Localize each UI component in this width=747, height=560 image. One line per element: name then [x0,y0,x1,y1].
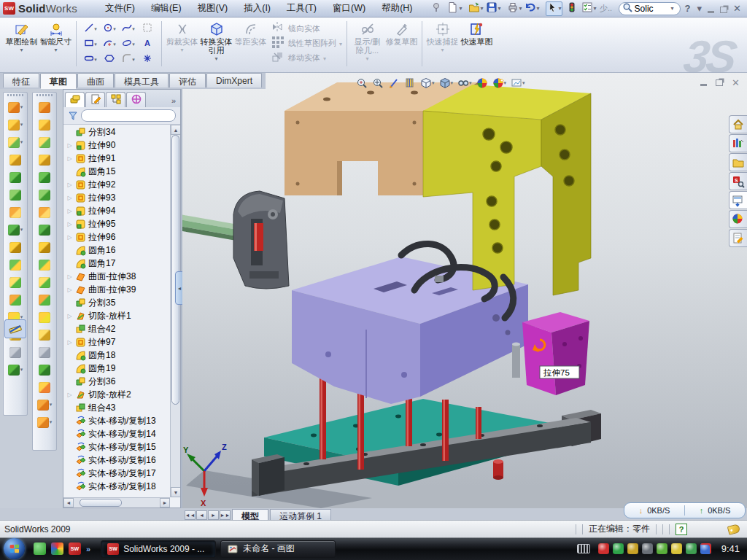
chevron-down-icon[interactable]: ▾ [20,139,23,145]
chevron-down-icon[interactable]: ▾ [94,57,97,63]
expand-arrow-icon[interactable]: ▷ [66,339,73,346]
solidworks-resources-tab[interactable] [729,115,747,133]
chevron-down-icon[interactable]: ▾ [451,80,454,86]
menu-窗口W[interactable]: 窗口(W) [325,0,373,17]
chevron-down-icon[interactable]: ▾ [469,80,472,86]
view-orientation-button[interactable]: ▾ [419,77,436,90]
search-box[interactable]: ▾ [619,2,681,15]
linear-sketch-pattern-button[interactable]: 线性草图阵列▾ [271,37,342,50]
chevron-down-icon[interactable]: ▾ [522,80,525,86]
print-button[interactable]: ▾ [507,1,522,16]
feature-tool-icon-4[interactable] [4,151,26,168]
surface-tool-icon-19[interactable]: ▾ [34,413,55,431]
scroll-right-arrow[interactable]: ► [160,498,170,508]
launcher-icon[interactable] [51,542,63,555]
model-clamp-plate[interactable] [423,85,591,295]
zoom-area-button[interactable] [371,77,385,90]
surface-tool-icon-8[interactable] [34,221,55,238]
start-button[interactable] [1,538,26,560]
tree-item[interactable]: 圆角15 [63,165,170,178]
panel-tabs-overflow[interactable]: » [171,96,179,107]
model-clamp-part[interactable] [233,191,289,289]
arc-icon[interactable]: ▾ [100,36,119,52]
scroll-thumb[interactable] [80,499,122,507]
chevron-down-icon[interactable]: ▾ [132,57,135,63]
tree-item[interactable]: 圆角17 [63,257,170,270]
surface-tool-icon-16[interactable] [34,361,55,378]
tree-item[interactable]: 组合42 [63,322,170,335]
property-manager-tab[interactable] [85,92,105,107]
tree-item[interactable]: 分割35 [63,296,170,309]
surface-tool-icon-3[interactable] [34,133,55,151]
tree-item[interactable]: ▷拉伸93 [63,191,170,204]
search-input[interactable] [635,4,668,14]
feature-tool-icon-9[interactable] [4,238,26,256]
prev-tab-button[interactable]: ◄ [196,510,207,520]
section-view-button[interactable] [403,77,417,90]
updater-icon[interactable] [657,543,667,554]
chevron-down-icon[interactable]: ▾ [94,42,97,47]
close-button[interactable]: ✕ [733,3,741,14]
sketch-fillet-icon[interactable]: ▾ [119,52,138,67]
chevron-down-icon[interactable]: ▾ [481,5,484,12]
zoom-fit-button[interactable] [355,77,369,90]
doc-minimize-button[interactable] [700,84,707,86]
expand-arrow-icon[interactable]: ▷ [66,195,73,201]
sketch-button[interactable]: 草图绘制▾ [4,20,39,53]
new-file-button[interactable]: ▾ [446,1,462,16]
expand-arrow-icon[interactable]: ▷ [66,208,73,214]
polygon-icon[interactable] [100,52,119,67]
toolbar-overflow-button[interactable]: 少.. [599,1,614,16]
tree-item[interactable]: ▷曲面-拉伸38 [63,270,170,283]
line-icon[interactable]: ▾ [81,21,100,36]
surface-tool-icon-17[interactable] [34,378,55,396]
chevron-down-icon[interactable]: ▾ [54,47,57,53]
chevron-down-icon[interactable]: ▾ [559,5,562,12]
scroll-thumb[interactable] [171,135,179,405]
chevron-down-icon[interactable]: ▾ [113,26,116,32]
chevron-down-icon[interactable]: ▾ [20,104,23,110]
chevron-down-icon[interactable]: ▾ [498,5,501,12]
chevron-down-icon[interactable]: ▾ [20,367,23,373]
tab-DimXpert[interactable]: DimXpert [206,73,262,88]
surface-tool-icon-12[interactable] [34,291,55,308]
feature-tool-icon-16[interactable]: ▾ [4,361,26,378]
pin-toolbar-button[interactable] [430,1,444,16]
undo-button[interactable]: ▾ [525,1,540,16]
menu-帮助H[interactable]: 帮助(H) [374,0,419,17]
network-speed-widget[interactable]: ↓0KB/S ↑0KB/S [624,502,746,518]
point-icon[interactable] [138,52,157,67]
surface-tool-icon-2[interactable] [34,116,55,133]
tree-item[interactable]: ▷拉伸94 [63,204,170,217]
surface-tool-icon-14[interactable] [34,326,55,343]
scroll-up-arrow[interactable]: ▲ [171,125,180,135]
network-warning-icon[interactable] [671,543,682,554]
chevron-down-icon[interactable]: ▾ [504,80,507,86]
surface-tool-icon-7[interactable] [34,203,55,221]
certificate-icon[interactable] [627,543,638,554]
last-tab-button[interactable]: ►► [220,510,231,520]
feature-tool-icon-2[interactable]: ▾ [4,116,26,133]
chevron-down-icon[interactable]: ▾ [50,419,53,425]
rectangle-icon[interactable]: ▾ [81,36,100,52]
chevron-down-icon[interactable]: ▾ [50,402,53,408]
surface-tool-icon-13[interactable] [34,308,55,326]
design-library-tab[interactable] [729,134,747,152]
open-file-button[interactable]: ▾ [468,1,484,16]
tree-item[interactable]: 实体-移动/复制16 [63,454,170,467]
move-entities-button[interactable]: 移动实体▾ [271,52,342,64]
tree-item[interactable]: 实体-移动/复制17 [63,467,170,480]
quick-tips-button[interactable]: ? [676,524,687,535]
expand-arrow-icon[interactable]: ▷ [66,234,73,241]
menu-文件F[interactable]: 文件(F) [98,0,142,17]
minimize-button[interactable] [708,11,714,13]
next-tab-button[interactable]: ► [208,510,219,520]
select-tool-button[interactable]: ▾ [546,1,562,16]
tree-item[interactable]: 圆角18 [63,349,170,362]
surface-tool-icon-18[interactable]: ▾ [34,396,55,413]
expand-arrow-icon[interactable]: ▷ [66,392,73,398]
chevron-down-icon[interactable]: ▾ [132,42,135,47]
chevron-down-icon[interactable]: ▾ [94,26,97,32]
feature-tree-tab[interactable] [65,92,85,107]
surface-tool-icon-9[interactable] [34,238,55,256]
